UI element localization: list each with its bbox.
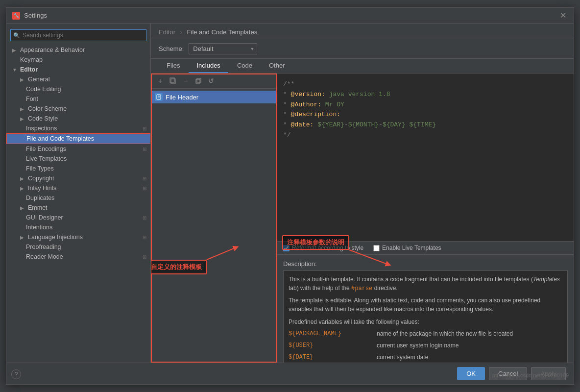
desc-var-row-1: ${PACKAGE_NAME} name of the package in w… [289, 329, 562, 338]
sidebar-item-label: Editor [20, 66, 38, 73]
sidebar-item-font[interactable]: Font [6, 94, 150, 104]
description-box: This is a built-in template. It contains… [283, 270, 568, 363]
code-editor[interactable]: /** * @version: java version 1.8 * @Auth… [277, 74, 574, 242]
breadcrumb-editor: Editor [159, 28, 175, 36]
tab-code[interactable]: Code [229, 59, 260, 73]
copy-button[interactable] [168, 75, 178, 86]
svg-rect-0 [171, 79, 175, 83]
pin-icon: ⊞ [143, 186, 146, 191]
expand-icon: ▶ [20, 186, 26, 191]
live-templates-checkbox-label[interactable]: Enable Live Templates [373, 245, 441, 251]
editor-panel: /** * @version: java version 1.8 * @Auth… [277, 74, 574, 363]
reformat-checkbox[interactable] [283, 245, 290, 251]
desc-paragraph-2: The template is editable. Along with sta… [289, 296, 562, 314]
bottom-bar: https://blog.csdn.net/v20200109 OK Cance… [6, 363, 574, 384]
desc-var-row-2: ${USER} current user system login name [289, 341, 562, 350]
scheme-select-wrapper: Default Project [189, 43, 257, 54]
sidebar-item-label: Copyright [28, 175, 54, 182]
list-item-file-header[interactable]: File Header [151, 91, 277, 103]
sidebar-item-file-and-code-templates[interactable]: File and Code Templates [6, 133, 150, 144]
sidebar-item-emmet[interactable]: ▶ Emmet [6, 203, 150, 213]
sidebar-item-label: Appearance & Behavior [20, 47, 85, 53]
reformat-checkbox-label[interactable]: Reformat according to style [283, 245, 363, 251]
pin-icon: ⊞ [143, 176, 146, 181]
sidebar-item-language-injections[interactable]: ▶ Language Injections ⊞ [6, 232, 150, 242]
live-templates-label: Enable Live Templates [382, 245, 441, 251]
sidebar-item-label: GUI Designer [26, 214, 63, 221]
desc-paragraph-3: Predefined variables will take the follo… [289, 318, 562, 326]
sidebar-item-label: File Encodings [26, 146, 66, 152]
sidebar-item-file-encodings[interactable]: File Encodings ⊞ [6, 144, 150, 154]
ok-button[interactable]: OK [457, 367, 485, 380]
sidebar-item-intentions[interactable]: Intentions [6, 222, 150, 232]
svg-rect-3 [197, 78, 201, 82]
sidebar-item-inlay-hints[interactable]: ▶ Inlay Hints ⊞ [6, 183, 150, 193]
sidebar-item-general[interactable]: ▶ General [6, 74, 150, 84]
sidebar-item-label: Language Injections [28, 234, 83, 241]
scheme-label: Scheme: [159, 45, 184, 52]
sidebar-item-label: Inspections [26, 125, 57, 132]
svg-rect-1 [170, 78, 174, 82]
scheme-select[interactable]: Default Project [189, 43, 257, 54]
help-button[interactable]: ? [11, 369, 21, 379]
search-icon: 🔍 [13, 32, 20, 39]
sidebar-item-file-types[interactable]: File Types [6, 164, 150, 173]
breadcrumb-current: File and Code Templates [187, 28, 258, 36]
sidebar-item-color-scheme[interactable]: ▶ Color Scheme [6, 104, 150, 114]
expand-icon: ▶ [20, 106, 26, 112]
tabs-row: Files Includes Code Other [151, 59, 574, 74]
expand-icon: ▶ [20, 235, 26, 240]
remove-button[interactable]: − [180, 75, 191, 86]
reformat-label: Reformat according to style [292, 245, 363, 251]
sidebar-item-proofreading[interactable]: Proofreading [6, 242, 150, 252]
content-area: + − ↺ [151, 74, 574, 363]
search-input[interactable] [10, 29, 146, 41]
expand-icon: ▶ [20, 77, 26, 82]
code-line-4: * @description: [283, 110, 568, 120]
add-button[interactable]: + [155, 75, 166, 86]
sidebar-item-label: File and Code Templates [26, 135, 94, 142]
sidebar-item-code-editing[interactable]: Code Editing [6, 84, 150, 94]
watermark: https://blog.csdn.net/v20200109 [492, 372, 569, 378]
live-templates-checkbox[interactable] [373, 245, 380, 251]
sidebar-item-label: Proofreading [26, 244, 61, 250]
search-box: 🔍 [10, 29, 146, 41]
duplicate-button[interactable] [193, 75, 204, 86]
list-panel: + − ↺ [151, 74, 277, 363]
expand-icon: ▼ [12, 67, 18, 73]
reset-button[interactable]: ↺ [206, 75, 217, 86]
tab-other[interactable]: Other [261, 59, 293, 73]
sidebar-item-code-style[interactable]: ▶ Code Style [6, 114, 150, 123]
breadcrumb: Editor › File and Code Templates [151, 24, 574, 39]
sidebar-item-reader-mode[interactable]: Reader Mode ⊞ [6, 252, 150, 262]
description-panel: Description: This is a built-in template… [277, 255, 574, 363]
sidebar-item-label: File Types [26, 165, 54, 172]
pin-icon: ⊞ [143, 254, 146, 260]
tab-files[interactable]: Files [159, 59, 188, 73]
title-bar: 🔧 Settings ✕ [6, 8, 574, 24]
spacer-icon [12, 57, 18, 63]
close-button[interactable]: ✕ [558, 11, 568, 21]
sidebar-item-label: General [28, 76, 49, 83]
sidebar-item-label: Emmet [28, 204, 48, 211]
file-header-icon [155, 93, 163, 101]
sidebar-item-duplicates[interactable]: Duplicates [6, 193, 150, 203]
main-content: 🔍 ▶ Appearance & Behavior Keymap ▼ Edito… [6, 24, 574, 363]
sidebar-item-label: Color Scheme [28, 105, 67, 112]
tab-includes[interactable]: Includes [189, 59, 228, 73]
code-line-3: * @Author: Mr OY [283, 100, 568, 110]
settings-dialog: 🔧 Settings ✕ 🔍 ▶ Appearance & Behavior K… [6, 7, 574, 385]
pin-icon: ⊞ [143, 147, 146, 152]
sidebar-item-live-templates[interactable]: Live Templates [6, 154, 150, 164]
sidebar-item-editor[interactable]: ▼ Editor [6, 65, 150, 74]
sidebar-item-inspections[interactable]: Inspections ⊞ [6, 123, 150, 133]
sidebar-item-keymap[interactable]: Keymap [6, 55, 150, 65]
sidebar-item-appearance[interactable]: ▶ Appearance & Behavior [6, 45, 150, 55]
sidebar-item-gui-designer[interactable]: GUI Designer ⊞ [6, 213, 150, 222]
desc-paragraph-1: This is a built-in template. It contains… [289, 275, 562, 293]
sidebar-item-label: Intentions [26, 224, 52, 231]
pin-icon: ⊞ [143, 215, 146, 220]
sidebar-item-copyright[interactable]: ▶ Copyright ⊞ [6, 173, 150, 183]
sidebar-item-label: Live Templates [26, 155, 67, 162]
code-line-1: /** [283, 79, 568, 90]
